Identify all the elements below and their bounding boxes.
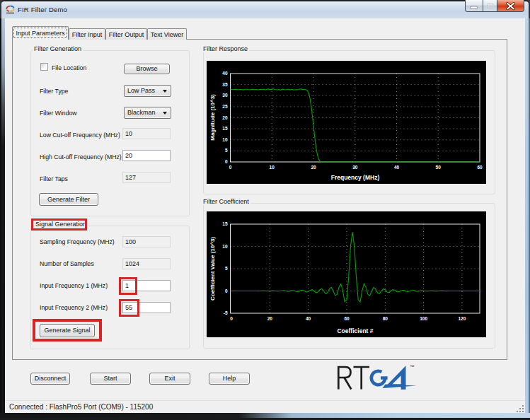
svg-text:20: 20 <box>267 316 273 321</box>
svg-text:40: 40 <box>222 71 228 76</box>
svg-text:0: 0 <box>225 288 228 293</box>
svg-text:25: 25 <box>222 104 228 109</box>
svg-text:40: 40 <box>306 316 311 321</box>
svg-text:80: 80 <box>383 316 388 321</box>
svg-text:5: 5 <box>225 148 228 153</box>
svg-text:Coefficient #: Coefficient # <box>337 327 373 334</box>
svg-text:30: 30 <box>352 165 358 170</box>
svg-text:0: 0 <box>230 316 233 321</box>
svg-text:Frequency (MHz): Frequency (MHz) <box>331 174 380 181</box>
svg-text:20: 20 <box>311 165 316 170</box>
svg-text:™: ™ <box>410 364 415 369</box>
svg-text:120: 120 <box>458 316 466 321</box>
svg-text:10: 10 <box>222 244 228 249</box>
svg-text:15: 15 <box>222 126 228 131</box>
svg-text:35: 35 <box>222 82 228 87</box>
svg-text:Coefficient Value (10^3): Coefficient Value (10^3) <box>209 237 216 301</box>
svg-text:10: 10 <box>222 137 228 142</box>
svg-text:15: 15 <box>222 221 228 226</box>
svg-text:0: 0 <box>229 165 232 170</box>
svg-text:10: 10 <box>270 165 275 170</box>
svg-text:-5: -5 <box>224 310 228 315</box>
svg-text:60: 60 <box>344 316 350 321</box>
svg-text:20: 20 <box>222 115 228 120</box>
svg-text:Magnitude (10^3): Magnitude (10^3) <box>209 94 216 141</box>
svg-text:0: 0 <box>225 159 228 164</box>
svg-text:5: 5 <box>225 266 228 271</box>
svg-text:60: 60 <box>477 165 483 170</box>
svg-text:30: 30 <box>222 93 228 98</box>
svg-text:50: 50 <box>436 165 442 170</box>
svg-text:100: 100 <box>420 316 427 321</box>
svg-text:40: 40 <box>394 165 400 170</box>
